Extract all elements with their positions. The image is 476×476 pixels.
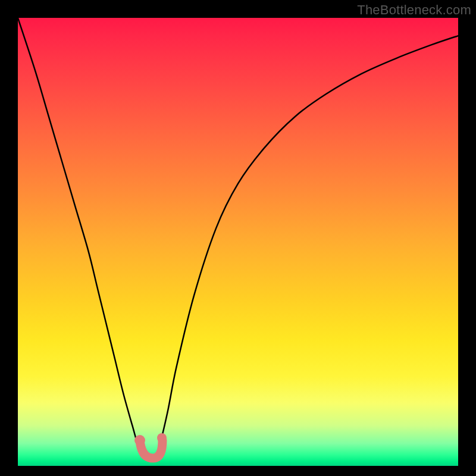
chart-overlay	[18, 18, 458, 466]
bottleneck-curve	[18, 18, 458, 461]
watermark-text: TheBottleneck.com	[357, 2, 471, 18]
minimum-marker	[134, 433, 167, 458]
chart-frame: TheBottleneck.com	[0, 0, 476, 476]
